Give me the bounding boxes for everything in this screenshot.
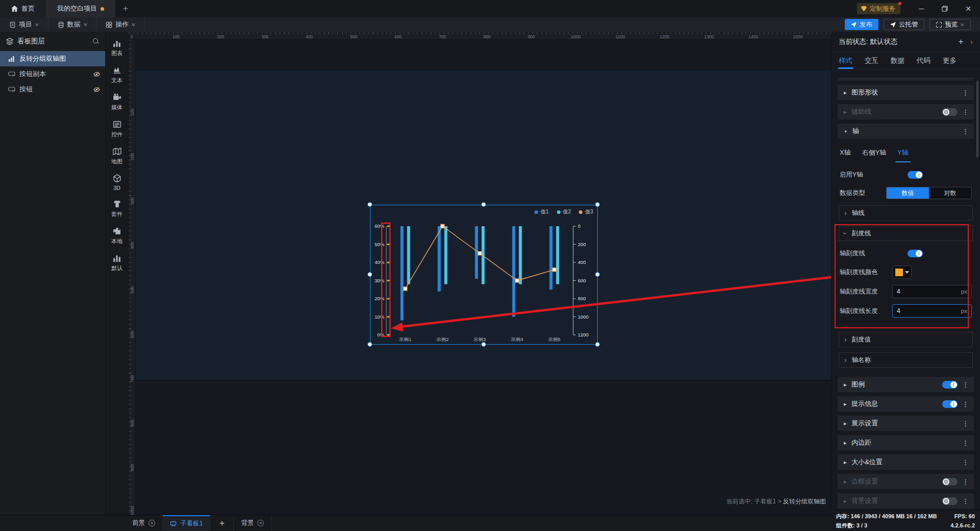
background-toggle[interactable] xyxy=(942,497,958,505)
section-size-position[interactable]: ▶ 大小&位置 ⋮ xyxy=(838,454,974,470)
chevron-right-icon[interactable]: › xyxy=(970,38,973,46)
tool-charts[interactable]: 图表 xyxy=(111,39,122,57)
group-tick-line[interactable]: › 刻度线 xyxy=(839,226,973,241)
group-axis-name[interactable]: › 轴名称 xyxy=(839,352,973,368)
option-numeric[interactable]: 数值 xyxy=(887,187,929,199)
more-options-icon[interactable]: ⋮ xyxy=(962,108,969,116)
tool-local[interactable]: 本地 xyxy=(111,227,122,245)
tab-right-y-axis[interactable]: 右侧Y轴 xyxy=(862,148,887,162)
layer-item-button-copy[interactable]: 按钮副本 xyxy=(0,66,105,82)
more-options-icon[interactable]: ⋮ xyxy=(962,439,969,447)
more-options-icon[interactable]: ⋮ xyxy=(962,497,969,505)
new-tab-button[interactable]: + xyxy=(115,0,136,17)
legend-dot xyxy=(557,210,560,214)
group-tick-value[interactable]: › 刻度值 xyxy=(839,332,973,347)
tool-kits[interactable]: 套件 xyxy=(111,200,122,218)
eye-hidden-icon[interactable] xyxy=(93,71,100,78)
selection-handle[interactable] xyxy=(368,272,372,277)
foreground-tab[interactable]: 前景 + xyxy=(125,515,163,531)
ruler-label: 1200 xyxy=(660,34,670,39)
section-tooltip[interactable]: ▶ 提示信息 ⋮ xyxy=(838,396,974,412)
legend-item[interactable]: 值2 xyxy=(557,208,571,215)
tick-width-input[interactable] xyxy=(897,288,961,295)
tick-color-picker[interactable] xyxy=(892,266,912,279)
more-options-icon[interactable]: ⋮ xyxy=(962,478,969,486)
selection-handle[interactable] xyxy=(481,342,486,347)
guide-line-toggle[interactable] xyxy=(942,108,958,116)
canvas[interactable]: 0100200300400500600700800900100011001200… xyxy=(129,32,831,515)
menu-project[interactable]: 项目 ∨ xyxy=(0,17,48,32)
chart-component[interactable]: 值1值2值3 60%50%40%30%20%10%0%0200400600800… xyxy=(370,205,598,345)
tab-x-axis[interactable]: X轴 xyxy=(840,148,851,162)
close-button[interactable]: ✕ xyxy=(957,0,980,17)
tab-data[interactable]: 数据 xyxy=(891,52,904,69)
tool-map[interactable]: 地图 xyxy=(111,147,122,165)
more-options-icon[interactable]: ⋮ xyxy=(962,420,969,427)
selection-handle[interactable] xyxy=(595,342,600,347)
selection-handle[interactable] xyxy=(481,202,486,207)
legend-item[interactable]: 值3 xyxy=(579,208,593,215)
background-label: 背景 xyxy=(241,519,254,527)
section-padding[interactable]: ▶ 内边距 ⋮ xyxy=(838,435,974,450)
selection-handle[interactable] xyxy=(595,272,600,277)
selection-handle[interactable] xyxy=(368,202,372,207)
section-axis[interactable]: ▼ 轴 ⋮ xyxy=(838,124,974,139)
custom-service-badge[interactable]: 定制服务 xyxy=(857,3,900,14)
add-state-button[interactable]: + xyxy=(958,37,963,47)
legend-item[interactable]: 值1 xyxy=(534,208,549,215)
tab-code[interactable]: 代码 xyxy=(917,52,930,69)
tab-more[interactable]: 更多 xyxy=(943,52,957,69)
tab-style[interactable]: 样式 xyxy=(839,52,852,69)
group-axis-line[interactable]: › 轴线 xyxy=(839,205,973,221)
section-display[interactable]: ▶ 展示设置 ⋮ xyxy=(838,416,974,431)
legend-toggle[interactable] xyxy=(942,381,958,389)
section-graphic-text[interactable]: ▶ 图形文本 ⋮ xyxy=(838,78,974,81)
publish-label: 发布 xyxy=(860,20,872,29)
more-options-icon[interactable]: ⋮ xyxy=(962,89,969,96)
tab-project[interactable]: 我的空白项目 xyxy=(46,0,115,17)
layer-item-chart[interactable]: 反转分组双轴图 xyxy=(0,51,105,66)
tab-interaction[interactable]: 交互 xyxy=(865,52,878,69)
cloud-host-button[interactable]: 云托管 xyxy=(884,19,925,30)
tick-length-input[interactable] xyxy=(897,307,961,315)
more-options-icon[interactable]: ⋮ xyxy=(962,458,969,466)
layer-item-button[interactable]: 按钮 xyxy=(0,82,105,97)
menu-data[interactable]: 数据 ∨ xyxy=(48,17,97,32)
border-toggle[interactable] xyxy=(942,478,958,486)
panel-scrollbar[interactable] xyxy=(976,81,978,157)
tab-y-axis[interactable]: Y轴 xyxy=(897,148,909,162)
board-tab-active[interactable]: 子看板1 xyxy=(163,515,210,531)
svg-text:0: 0 xyxy=(578,223,580,229)
section-guide-line[interactable]: ▶ 辅助线 ⋮ xyxy=(838,104,974,119)
tool-text[interactable]: 文本 xyxy=(111,66,122,84)
more-options-icon[interactable]: ⋮ xyxy=(962,400,969,408)
tool-widgets[interactable]: 控件 xyxy=(111,120,122,138)
tab-home[interactable]: 首页 xyxy=(0,0,46,17)
menu-actions[interactable]: 操作 ∨ xyxy=(96,17,145,32)
tooltip-toggle[interactable] xyxy=(942,400,958,408)
selection-handle[interactable] xyxy=(595,202,600,207)
add-board-button[interactable]: + xyxy=(210,515,234,531)
preview-button[interactable]: 预览 ∨ xyxy=(929,19,971,30)
tool-media[interactable]: 媒体 xyxy=(111,93,122,111)
publish-button[interactable]: 发布 xyxy=(845,19,878,30)
minimize-button[interactable]: ─ xyxy=(910,0,933,17)
tool-3d[interactable]: 3D xyxy=(113,174,121,191)
background-tab[interactable]: 背景 + xyxy=(234,515,272,531)
eye-hidden-icon[interactable] xyxy=(93,86,100,93)
tick-line-toggle[interactable] xyxy=(908,250,923,257)
option-log[interactable]: 对数 xyxy=(929,187,971,199)
add-foreground-icon[interactable]: + xyxy=(149,520,155,526)
maximize-button[interactable] xyxy=(933,0,957,17)
section-border[interactable]: ▶ 边框设置 ⋮ xyxy=(838,474,974,489)
more-options-icon[interactable]: ⋮ xyxy=(962,381,969,389)
section-legend[interactable]: ▶ 图例 ⋮ xyxy=(838,377,974,392)
section-background[interactable]: ▶ 背景设置 ⋮ xyxy=(838,493,974,509)
section-graphic-shape[interactable]: ▶ 图形形状 ⋮ xyxy=(838,85,974,100)
tool-default[interactable]: 默认 xyxy=(111,254,122,272)
search-icon[interactable] xyxy=(93,38,99,44)
more-options-icon[interactable]: ⋮ xyxy=(962,128,969,135)
enable-y-axis-toggle[interactable] xyxy=(908,171,923,179)
add-background-icon[interactable]: + xyxy=(257,520,264,526)
selection-handle[interactable] xyxy=(368,342,372,347)
